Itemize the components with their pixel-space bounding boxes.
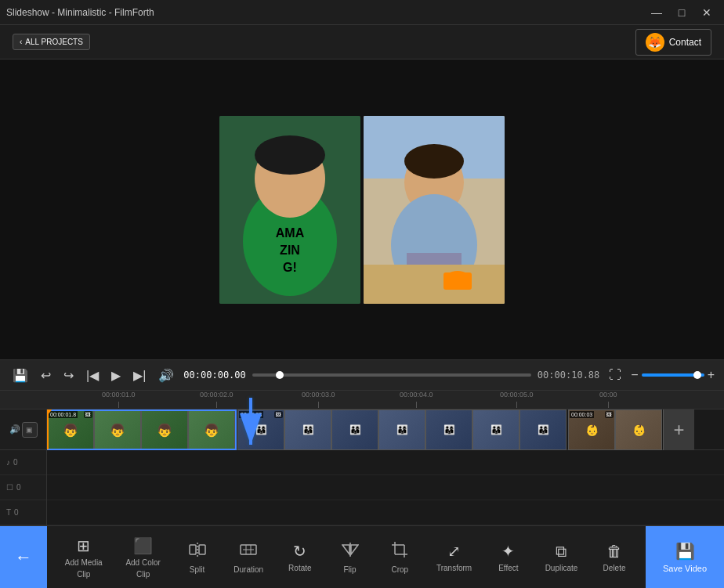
clip-thumb-5[interactable]: 00:00:03 👨‍👩‍👦 🖼 — [237, 409, 284, 450]
clip-thumb-8[interactable]: 👨‍👩‍👦 — [378, 409, 425, 450]
add-clip-button[interactable]: + — [663, 409, 694, 450]
split-button[interactable]: Split — [178, 538, 217, 577]
video-track[interactable]: 00:00:01.8 👦 🖼 👦 — [47, 409, 724, 450]
crop-button[interactable]: Crop — [380, 538, 419, 577]
duration-icon — [240, 541, 257, 562]
flip-button[interactable]: Flip — [331, 538, 370, 577]
text-track-control: T 0 — [0, 500, 46, 525]
ruler-mark-2: 00:00:02.0 — [200, 391, 233, 408]
contact-button[interactable]: 🦊 Contact — [635, 29, 711, 56]
beach-kid-svg — [364, 116, 505, 304]
window-controls: — □ ✕ — [646, 4, 718, 21]
sticker-icon: ☐ — [6, 483, 13, 492]
clip-thumb-9[interactable]: 👨‍👩‍👦 — [425, 409, 472, 450]
minimize-button[interactable]: — — [646, 4, 668, 21]
music-icon: ♪ — [6, 458, 10, 467]
transform-button[interactable]: ⤢ Transform — [430, 539, 478, 575]
timeline-area: 00:00:01.0 00:00:02.0 00:00:03.0 00:00:0… — [0, 391, 724, 525]
save-video-button[interactable]: 💾 Save Video — [646, 526, 724, 588]
ruler-mark-6: 00:00 — [599, 391, 617, 408]
save-video-label: Save Video — [663, 564, 707, 573]
duplicate-button[interactable]: ⧉ Duplicate — [539, 539, 585, 575]
transport-bar: 💾 ↩ ↪ |◀ ▶ ▶| 🔊 00:00:00.00 00:00:10.88 … — [0, 359, 724, 391]
preview-area: AMA ZIN G! — [0, 60, 724, 359]
maximize-button[interactable]: □ — [671, 4, 693, 21]
clip-thumb-1[interactable]: 00:00:01.8 👦 🖼 — [47, 409, 94, 450]
zoom-handle[interactable] — [693, 371, 701, 379]
timeline-scrubber[interactable] — [252, 373, 531, 377]
clip-thumb-6[interactable]: 👨‍👩‍👦 — [284, 409, 331, 450]
add-media-clip-icon: ⊞ — [77, 536, 90, 555]
clip-toggle-button[interactable]: ▣ — [22, 422, 38, 438]
split-icon — [189, 541, 206, 562]
preview-container: AMA ZIN G! — [219, 116, 505, 304]
clip-thumb-12[interactable]: 00:00:03 👶 🖼 — [568, 409, 615, 450]
add-color-clip-button[interactable]: ⬛ Add Color Clip — [119, 533, 166, 582]
clip-duration-1: 00:00:01.8 — [49, 411, 78, 418]
save-project-icon[interactable]: 💾 — [9, 366, 31, 384]
time-end: 00:00:10.88 — [538, 370, 599, 381]
zoom-out-button[interactable]: − — [631, 368, 638, 382]
content-area: ‹ ALL PROJECTS 🦊 Contact — [0, 25, 724, 588]
svg-rect-20 — [199, 545, 205, 554]
clip-thumb-4[interactable]: 👦 — [188, 409, 235, 450]
zoom-slider[interactable] — [642, 373, 704, 377]
toolbar-items: ⊞ Add Media Clip ⬛ Add Color Clip — [47, 526, 646, 588]
text-track-icon: T — [6, 508, 11, 517]
step-back-button[interactable]: |◀ — [83, 366, 102, 384]
back-button[interactable]: ← — [0, 526, 47, 588]
add-color-clip-icon: ⬛ — [133, 536, 153, 555]
video-track-control: 🔊 ▣ — [0, 409, 46, 450]
scrubber-handle[interactable] — [276, 371, 284, 379]
clip-thumb-11[interactable]: 👨‍👩‍👦 — [519, 409, 567, 450]
ruler-mark-5: 00:00:05.0 — [500, 391, 534, 408]
effect-icon: ✦ — [501, 542, 515, 561]
clip-strip-3: 00:00:03 👶 🖼 👶 — [568, 409, 662, 450]
clip-strip-2: 00:00:03 👨‍👩‍👦 🖼 👨‍👩‍👦 — [237, 409, 567, 450]
redo-button[interactable]: ↪ — [60, 366, 77, 384]
ruler-mark-4: 00:00:04.0 — [400, 391, 433, 408]
duplicate-icon: ⧉ — [556, 543, 567, 561]
timeline-tracks: 🔊 ▣ ♪ 0 ☐ 0 T — [0, 409, 724, 525]
top-bar: ‹ ALL PROJECTS 🦊 Contact — [0, 25, 724, 60]
close-button[interactable]: ✕ — [696, 4, 718, 21]
undo-button[interactable]: ↩ — [38, 366, 54, 384]
audio-track-1 — [47, 450, 724, 475]
zoom-in-button[interactable]: + — [708, 368, 715, 382]
time-current: 00:00:00.00 — [183, 370, 245, 381]
app-title: Slideshow - Minimalistic - FilmForth — [6, 7, 154, 18]
volume-button[interactable]: 🔊 — [155, 366, 177, 384]
svg-text:AMA: AMA — [276, 226, 305, 240]
zoom-controls: − + — [631, 368, 715, 382]
save-video-icon: 💾 — [675, 542, 695, 561]
duration-button[interactable]: Duration — [227, 538, 270, 577]
step-forward-button[interactable]: ▶| — [130, 366, 149, 384]
timeline-cursor — [47, 409, 49, 449]
track-controls: 🔊 ▣ ♪ 0 ☐ 0 T — [0, 409, 47, 525]
titlebar: Slideshow - Minimalistic - FilmForth — □… — [0, 0, 724, 25]
preview-frame-right — [364, 116, 505, 304]
audio-track-control-1: ♪ 0 — [0, 450, 46, 475]
effect-button[interactable]: ✦ Effect — [489, 539, 528, 575]
crop-icon — [391, 541, 408, 562]
all-projects-button[interactable]: ‹ ALL PROJECTS — [13, 34, 90, 50]
clip-icon-3: 🖼 — [605, 411, 614, 418]
clip-thumb-10[interactable]: 👨‍👩‍👦 — [472, 409, 519, 450]
svg-point-3 — [255, 135, 325, 175]
clip-thumb-2[interactable]: 👦 — [94, 409, 141, 450]
rotate-button[interactable]: ↻ Rotate — [281, 539, 320, 575]
clip-strip-1: 00:00:01.8 👦 🖼 👦 — [47, 409, 235, 450]
sticker-track-control: ☐ 0 — [0, 475, 46, 500]
clip-thumb-13[interactable]: 👶 — [615, 409, 662, 450]
svg-rect-14 — [364, 265, 505, 304]
svg-text:ZIN: ZIN — [280, 243, 300, 257]
clip-thumb-3[interactable]: 👦 — [141, 409, 188, 450]
timeline-ruler: 00:00:01.0 00:00:02.0 00:00:03.0 00:00:0… — [0, 391, 724, 409]
clip-thumb-7[interactable]: 👨‍👩‍👦 — [331, 409, 378, 450]
play-button[interactable]: ▶ — [108, 366, 124, 384]
delete-button[interactable]: 🗑 Delete — [595, 539, 634, 575]
add-media-clip-button[interactable]: ⊞ Add Media Clip — [59, 533, 109, 582]
clip-duration-2: 00:00:03 — [239, 411, 263, 418]
fullscreen-button[interactable]: ⛶ — [606, 366, 624, 384]
rotate-icon: ↻ — [293, 542, 306, 561]
